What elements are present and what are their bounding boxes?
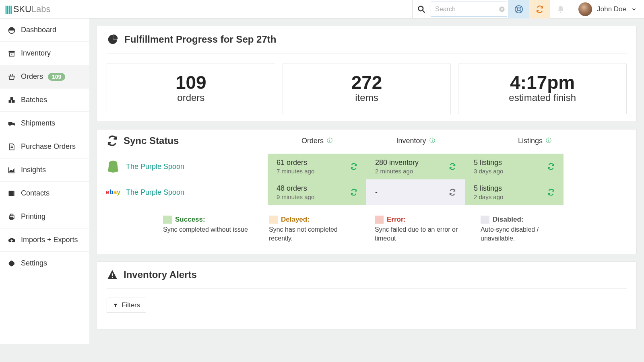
sidebar-item-insights[interactable]: Insights (0, 158, 89, 182)
sync-cell-inventory: - (366, 179, 465, 205)
swatch-icon (375, 216, 384, 224)
document-icon (7, 143, 16, 151)
sidebar-item-dashboard[interactable]: Dashboard (0, 19, 89, 42)
sidebar-item-imports-exports[interactable]: Imports + Exports (0, 228, 89, 252)
sidebar-item-label: Imports + Exports (21, 236, 78, 244)
refresh-button[interactable] (547, 163, 555, 170)
refresh-button[interactable] (350, 189, 357, 196)
close-icon (499, 6, 505, 12)
sync-col-listings: Listingsⓘ (518, 137, 551, 145)
main-content: Fulfillment Progress for Sep 27th 109 or… (89, 19, 644, 344)
sync-row-ebay: ebay The Purple Spoon 48 orders9 minutes… (107, 179, 627, 205)
sidebar-item-label: Contacts (21, 189, 50, 197)
sidebar: Dashboard Inventory Orders 109 Batches S… (0, 19, 89, 344)
clear-search-button[interactable] (495, 6, 508, 12)
svg-point-4 (517, 8, 520, 10)
sync-col-inventory: Inventoryⓘ (396, 137, 435, 145)
sidebar-item-orders[interactable]: Orders 109 (0, 65, 89, 88)
svg-rect-11 (9, 51, 15, 52)
avatar (578, 2, 592, 16)
svg-point-19 (13, 125, 14, 126)
chevron-down-icon (631, 6, 637, 12)
legend-error: Error: Sync failed due to an error or ti… (375, 216, 464, 243)
inventory-alerts-card: Inventory Alerts Filters (97, 261, 637, 329)
truck-icon (7, 119, 16, 128)
sync-icon (107, 135, 118, 146)
brand-logo[interactable]: |||| SKULabs (0, 4, 89, 14)
store-link[interactable]: The Purple Spoon (126, 188, 184, 197)
orders-badge: 109 (48, 73, 65, 81)
help-icon[interactable]: ⓘ (429, 137, 435, 144)
svg-line-1 (423, 10, 425, 12)
sync-cell-listings: 5 listings2 days ago (465, 179, 564, 205)
refresh-button[interactable] (350, 163, 357, 170)
app-header: |||| SKULabs John Doe (0, 0, 644, 19)
sync-icon (547, 189, 555, 196)
refresh-button[interactable] (547, 189, 555, 196)
user-menu[interactable]: John Doe (571, 0, 644, 19)
sidebar-item-shipments[interactable]: Shipments (0, 112, 89, 135)
sync-row-shopify: The Purple Spoon 61 orders7 minutes ago … (107, 154, 627, 179)
legend-success: Success: Sync completed without issue (163, 216, 253, 243)
sync-icon (350, 189, 357, 196)
stat-estimated-finish: 4:17pm estimated finish (458, 64, 627, 114)
search-button[interactable] (412, 0, 430, 19)
sidebar-item-label: Insights (21, 166, 46, 174)
search-icon (417, 5, 425, 13)
sync-legend: Success: Sync completed without issue De… (107, 216, 627, 247)
sidebar-item-contacts[interactable]: Contacts (0, 182, 89, 205)
alerts-title: Inventory Alerts (124, 269, 197, 280)
dashboard-icon (7, 26, 16, 34)
sync-icon (449, 163, 456, 170)
cloud-icon (7, 236, 16, 244)
global-sync-button[interactable] (529, 0, 550, 19)
sidebar-item-label: Inventory (21, 49, 51, 58)
sidebar-item-inventory[interactable]: Inventory (0, 42, 89, 65)
sidebar-item-label: Batches (21, 96, 47, 104)
book-icon (7, 189, 16, 197)
user-name: John Doe (597, 5, 626, 13)
boxes-icon (7, 96, 16, 104)
sidebar-item-printing[interactable]: Printing (0, 205, 89, 228)
swatch-icon (481, 216, 489, 224)
sidebar-item-label: Orders (21, 72, 43, 81)
legend-disabled: Disabled: Auto-sync disabled / unavailab… (481, 216, 570, 243)
sidebar-item-label: Settings (21, 259, 47, 267)
sidebar-item-purchase-orders[interactable]: Purchase Orders (0, 135, 89, 158)
sync-icon (350, 163, 357, 170)
svg-rect-17 (8, 122, 12, 125)
svg-rect-22 (13, 191, 14, 196)
sync-cell-orders: 61 orders7 minutes ago (268, 154, 366, 179)
sidebar-item-label: Printing (21, 212, 45, 221)
help-icon[interactable]: ⓘ (546, 137, 551, 144)
svg-rect-27 (112, 274, 113, 276)
sidebar-item-batches[interactable]: Batches (0, 88, 89, 112)
search-input[interactable] (431, 6, 495, 13)
help-button[interactable] (508, 0, 529, 19)
pie-chart-icon (107, 33, 119, 45)
archive-icon (7, 49, 16, 58)
fulfillment-title: Fulfillment Progress for Sep 27th (124, 34, 276, 45)
sync-status-card: Sync Status Ordersⓘ Inventoryⓘ Listingsⓘ… (97, 129, 637, 254)
ebay-icon: ebay (107, 186, 120, 199)
svg-point-0 (418, 6, 423, 11)
sidebar-item-settings[interactable]: Settings (0, 252, 89, 275)
chart-icon (7, 166, 16, 174)
svg-rect-16 (10, 97, 13, 100)
notifications-button[interactable] (550, 0, 571, 19)
life-ring-icon (514, 5, 523, 14)
legend-delayed: Delayed: Sync has not completed recently… (269, 216, 359, 243)
logo-text: SKULabs (13, 4, 51, 14)
sync-cell-listings: 5 listings3 days ago (465, 154, 564, 179)
search-field-wrap (431, 2, 507, 17)
refresh-button[interactable] (449, 163, 456, 170)
bell-icon (557, 5, 565, 13)
filters-button[interactable]: Filters (107, 298, 146, 313)
gear-icon (7, 259, 16, 267)
refresh-button[interactable] (449, 189, 456, 196)
store-link[interactable]: The Purple Spoon (126, 162, 184, 171)
basket-icon (7, 73, 16, 81)
sync-icon (547, 163, 555, 170)
svg-point-18 (9, 125, 10, 126)
help-icon[interactable]: ⓘ (327, 137, 332, 144)
